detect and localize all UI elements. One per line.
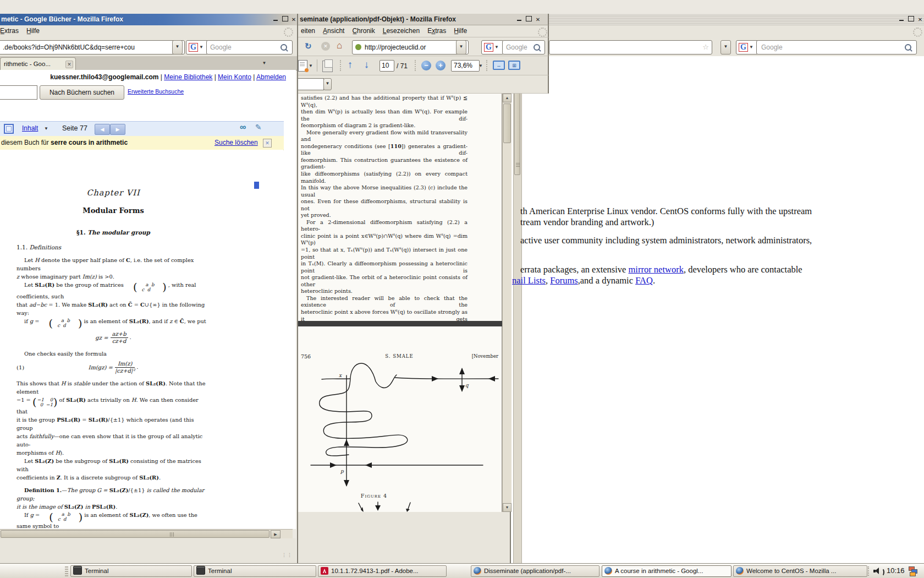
book-search-input[interactable] — [0, 85, 37, 100]
pdf-text-line: In this way the above Morse inequalities… — [301, 184, 468, 198]
taskbar-button[interactable]: 10.1.1.72.9413-1.pdf - Adobe... — [318, 565, 447, 577]
close-icon[interactable]: ✕ — [916, 16, 924, 23]
find-input[interactable] — [297, 78, 324, 90]
taskbar-grip[interactable] — [65, 566, 68, 576]
maximize-icon[interactable] — [281, 16, 289, 23]
close-icon[interactable]: ✕ — [534, 16, 542, 23]
maximize-icon[interactable] — [525, 16, 532, 23]
bookmark-star-icon[interactable]: ☆ — [702, 41, 709, 54]
tab-arithmetic[interactable]: rithmetic - Goo... ✕ — [0, 57, 76, 70]
fit-width-icon[interactable]: ↔ — [493, 61, 505, 70]
clock[interactable]: 10:16 — [887, 566, 905, 575]
book-line: One checks easily the formula — [16, 350, 210, 358]
taskbar-button[interactable]: Disseminate (application/pdf-... — [471, 565, 600, 577]
close-result-icon[interactable]: ✕ — [263, 139, 272, 148]
url-dropdown-button[interactable]: ▼ — [456, 40, 466, 54]
search-input[interactable]: Google — [206, 40, 293, 54]
search-input[interactable]: Google — [502, 40, 545, 54]
maximize-icon[interactable] — [907, 16, 915, 23]
link-icon[interactable]: ∞ — [240, 122, 246, 132]
page-number-input[interactable]: 10 — [380, 60, 394, 72]
matrix: (a bc d) — [41, 512, 82, 522]
book-search-button[interactable]: Nach Büchern suchen — [40, 85, 124, 100]
print-icon[interactable] — [322, 61, 333, 72]
feedback-icon[interactable]: ✎ — [255, 123, 262, 132]
w3-titlebar[interactable]: ✕ — [511, 14, 924, 26]
find-dropdown-button[interactable]: ▼ — [323, 78, 332, 90]
search-engine-selector[interactable]: G▼ — [736, 40, 758, 54]
menu-item[interactable]: L̲esezeichen — [379, 25, 424, 36]
taskbar: TerminalTerminal10.1.1.72.9413-1.pdf - A… — [0, 563, 924, 578]
logout-link[interactable]: Abmelden — [256, 73, 286, 81]
w2-titlebar[interactable]: seminate (application/pdf-Objekt) - Mozi… — [297, 14, 549, 25]
next-page-button[interactable]: ▶ — [110, 124, 125, 135]
page-text: th American Enterprise Linux vendor. Cen… — [520, 206, 812, 216]
minimize-icon[interactable] — [272, 16, 279, 23]
fullscreen-icon[interactable] — [4, 124, 14, 134]
menu-item[interactable]: H̲ilfe — [450, 25, 471, 36]
next-page-icon[interactable]: ↓ — [364, 59, 369, 70]
advanced-search-link[interactable]: Erweiterte Buchsuche — [128, 88, 184, 95]
w1-titlebar[interactable]: metic - Google Bücher - Mozilla Firefox … — [0, 14, 297, 25]
book-line: it is the image of SL₂(Z) in PSL₂(R). — [16, 503, 210, 511]
horizontal-scrollbar[interactable]: ▶ — [0, 529, 293, 539]
page-link[interactable]: FAQ — [635, 275, 653, 286]
url-dropdown-button[interactable]: ▼ — [172, 40, 183, 54]
page-link[interactable]: Forums — [550, 275, 578, 286]
volume-icon[interactable] — [873, 568, 882, 575]
stop-icon[interactable]: ✕ — [321, 42, 330, 51]
page-link[interactable]: mirror network — [629, 264, 684, 275]
zoom-in-button[interactable]: + — [436, 61, 446, 70]
close-icon[interactable]: ✕ — [290, 16, 298, 23]
zoom-dropdown-icon[interactable]: ▼ — [479, 63, 483, 68]
resize-grip[interactable]: ⋮⋮ — [282, 552, 293, 558]
search-engine-selector[interactable]: G▼ — [186, 40, 208, 54]
firefox-icon — [736, 567, 744, 575]
url-dropdown-button[interactable]: ▼ — [721, 40, 731, 54]
taskbar-button[interactable]: Terminal — [194, 565, 316, 577]
previous-page-icon[interactable]: ↑ — [348, 59, 353, 70]
taskbar-button[interactable]: Welcome to CentOS - Mozilla ... — [733, 565, 867, 577]
menu-item[interactable]: Ex̲tras — [424, 25, 450, 36]
figure-4-diagram: x q p Figure 4 — [297, 361, 502, 512]
search-engine-selector[interactable]: G▼ — [481, 40, 504, 54]
book-line: −1 = (−1 0 0 −1) of SL₂(R) acts triviall… — [16, 396, 210, 416]
book-line: Let SL₂(R) be the group of matrices (a b… — [16, 281, 210, 301]
url-input[interactable]: .de/books?id=Ohj9NNk6btUC&dq=serre+cou ☆ — [0, 40, 185, 54]
pdf-view: satisfies (2.2) and has the additional p… — [297, 94, 511, 512]
library-link[interactable]: Meine Bibliothek — [164, 73, 212, 81]
menu-item[interactable]: H̲ilfe — [23, 25, 43, 36]
search-icon[interactable] — [280, 44, 287, 51]
zoom-level-input[interactable]: 73,6% — [451, 60, 480, 72]
search-icon[interactable] — [534, 44, 540, 51]
search-icon[interactable] — [905, 44, 911, 51]
save-dropdown-icon[interactable]: ▼ — [309, 63, 313, 68]
fit-page-icon[interactable]: ⊞ — [508, 61, 520, 70]
account-link[interactable]: Mein Konto — [218, 73, 251, 81]
zoom-out-button[interactable]: − — [421, 61, 431, 70]
minimize-icon[interactable] — [898, 16, 905, 23]
contents-caret-icon[interactable]: ▼ — [44, 126, 48, 131]
book-line: if g = (a bc d) is an element of SL₂(R),… — [16, 317, 210, 329]
menu-item[interactable]: C̲hronik — [348, 25, 378, 36]
url-input[interactable]: http://projecteuclid.or ☆ — [352, 40, 469, 54]
search-input[interactable]: Google — [756, 40, 917, 54]
updates-tray-icon[interactable] — [909, 566, 918, 576]
w1-status-bar: ⋮⋮ — [0, 538, 296, 563]
pdf-scrollbar[interactable]: ▲ ▼ — [502, 94, 512, 512]
taskbar-button[interactable]: A course in arithmetic - Googl... — [602, 565, 732, 577]
save-icon[interactable] — [298, 60, 307, 72]
menu-item[interactable]: A̲nsicht — [319, 25, 348, 36]
menu-item[interactable]: E̲xtras — [0, 25, 23, 36]
reload-icon[interactable]: ↻ — [305, 41, 312, 51]
tab-close-icon[interactable]: ✕ — [65, 61, 73, 68]
minimize-icon[interactable] — [515, 16, 523, 23]
home-icon[interactable]: ⌂ — [337, 40, 342, 51]
menu-item[interactable]: eiten — [297, 25, 319, 36]
clear-search-link[interactable]: Suche löschen — [215, 139, 258, 146]
contents-dropdown[interactable]: Inhalt — [22, 124, 38, 132]
url-input[interactable]: ☆ — [549, 40, 712, 54]
taskbar-button[interactable]: Terminal — [70, 565, 192, 577]
previous-page-button[interactable]: ◀ — [95, 124, 110, 135]
tab-list-dropdown-icon[interactable]: ▼ — [260, 59, 269, 68]
